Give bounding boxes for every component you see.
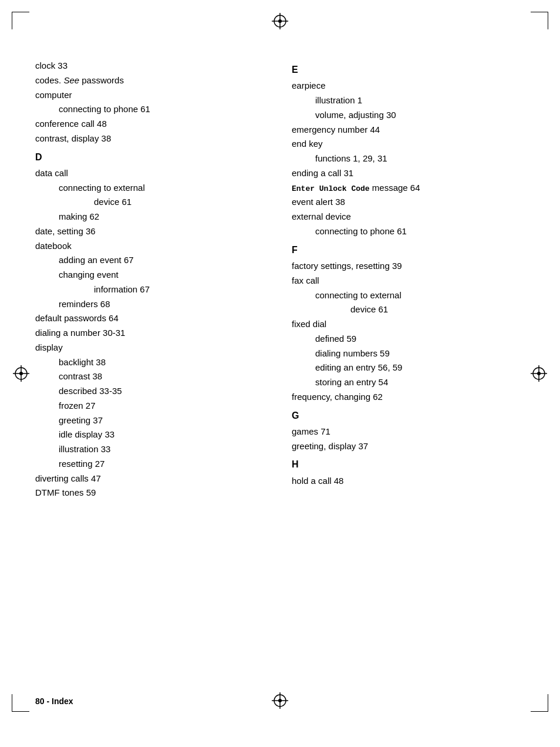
enter-unlock-code-text: Enter Unlock Code bbox=[292, 184, 370, 193]
index-content: clock 33 codes. See passwords computer c… bbox=[35, 47, 525, 500]
crosshair-left bbox=[13, 365, 29, 382]
right-column: E earpiece illustration 1 volume, adjust… bbox=[292, 59, 525, 500]
entry-external-device: external device connecting to phone 61 bbox=[292, 210, 525, 239]
crosshair-bottom bbox=[272, 692, 288, 709]
entry-data-call: data call connecting to external device … bbox=[35, 166, 268, 224]
corner-mark-tl bbox=[12, 12, 29, 29]
entry-codes: codes. See passwords bbox=[35, 73, 268, 88]
svg-point-3 bbox=[278, 19, 282, 23]
entry-earpiece: earpiece illustration 1 volume, adjustin… bbox=[292, 79, 525, 122]
crosshair-top bbox=[272, 13, 288, 29]
section-h: H bbox=[292, 457, 525, 472]
left-column: clock 33 codes. See passwords computer c… bbox=[35, 59, 268, 500]
entry-diverting: diverting calls 47 bbox=[35, 472, 268, 486]
entry-contrast: contrast, display 38 bbox=[35, 132, 268, 146]
svg-point-7 bbox=[19, 372, 23, 375]
entry-emergency: emergency number 44 bbox=[292, 123, 525, 137]
section-e: E bbox=[292, 62, 525, 78]
svg-point-11 bbox=[537, 372, 541, 375]
corner-mark-bl bbox=[12, 694, 29, 712]
entry-default-passwords: default passwords 64 bbox=[35, 311, 268, 326]
entry-ending-call: ending a call 31 bbox=[292, 166, 525, 181]
section-g: G bbox=[292, 408, 525, 423]
entry-clock: clock 33 bbox=[35, 59, 268, 73]
section-f: F bbox=[292, 243, 525, 258]
entry-display: display backlight 38 contrast 38 describ… bbox=[35, 341, 268, 472]
footer-page-number: 80 - Index bbox=[35, 696, 73, 706]
entry-conference-call: conference call 48 bbox=[35, 117, 268, 132]
entry-fixed-dial: fixed dial defined 59 dialing numbers 59… bbox=[292, 317, 525, 390]
entry-factory: factory settings, resetting 39 bbox=[292, 259, 525, 274]
entry-dialing: dialing a number 30-31 bbox=[35, 326, 268, 341]
entry-datebook: datebook adding an event 67 changing eve… bbox=[35, 239, 268, 312]
entry-fax-call: fax call connecting to external device 6… bbox=[292, 274, 525, 317]
entry-dtmf: DTMF tones 59 bbox=[35, 486, 268, 500]
section-d: D bbox=[35, 150, 268, 165]
crosshair-right bbox=[531, 365, 547, 382]
entry-frequency: frequency, changing 62 bbox=[292, 390, 525, 405]
entry-greeting: greeting, display 37 bbox=[292, 439, 525, 454]
entry-enter-unlock: Enter Unlock Code message 64 bbox=[292, 181, 525, 196]
entry-end-key: end key functions 1, 29, 31 bbox=[292, 137, 525, 166]
entry-hold: hold a call 48 bbox=[292, 474, 525, 489]
entry-event-alert: event alert 38 bbox=[292, 195, 525, 210]
entry-games: games 71 bbox=[292, 425, 525, 439]
corner-mark-tr bbox=[531, 12, 548, 29]
page: clock 33 codes. See passwords computer c… bbox=[0, 0, 560, 747]
svg-point-15 bbox=[278, 699, 282, 702]
entry-computer: computer connecting to phone 61 bbox=[35, 88, 268, 117]
entry-date: date, setting 36 bbox=[35, 224, 268, 239]
corner-mark-br bbox=[531, 694, 548, 712]
